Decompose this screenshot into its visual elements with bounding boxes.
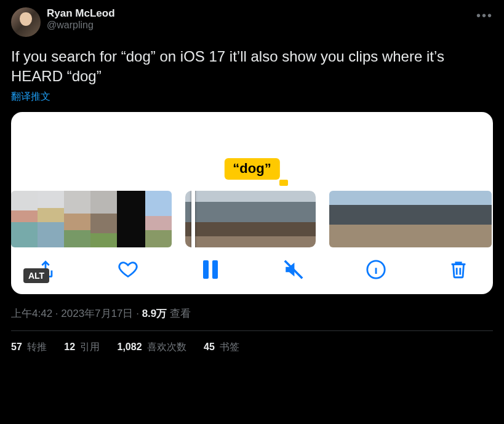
tweet-time[interactable]: 上午4:42 (11, 308, 52, 319)
video-frame (329, 191, 356, 247)
divider (11, 330, 493, 331)
tweet-header: Ryan McLeod @warpling ••• (11, 7, 493, 37)
view-label: 查看 (167, 308, 191, 319)
clip-group[interactable] (11, 191, 172, 247)
video-frame (185, 191, 218, 247)
clip-group-active[interactable] (185, 191, 316, 247)
bookmarks[interactable]: 45 书签 (204, 341, 239, 354)
video-frame (283, 191, 316, 247)
video-frame (145, 191, 172, 247)
video-frame (356, 191, 383, 247)
video-controls (11, 258, 493, 281)
media-attachment[interactable]: “dog” (11, 112, 493, 294)
video-frame (38, 191, 64, 247)
video-frame (11, 191, 38, 247)
alt-badge[interactable]: ALT (23, 268, 49, 283)
translate-link[interactable]: 翻译推文 (11, 90, 493, 103)
pause-icon[interactable] (199, 258, 222, 281)
trash-icon[interactable] (447, 258, 470, 281)
author-names[interactable]: Ryan McLeod @warpling (47, 7, 115, 31)
display-name: Ryan McLeod (47, 7, 115, 20)
video-frame (410, 191, 438, 247)
info-icon[interactable] (365, 258, 387, 281)
video-frame (465, 191, 492, 247)
bubble-tail (279, 180, 288, 186)
heart-icon[interactable] (117, 258, 139, 281)
playhead-indicator[interactable] (191, 191, 195, 247)
quotes[interactable]: 12 引用 (64, 341, 100, 354)
tweet-text: If you search for “dog” on iOS 17 it’ll … (11, 47, 493, 87)
video-frame (438, 191, 465, 247)
clip-group[interactable] (329, 191, 492, 247)
tweet-meta: 上午4:42 · 2023年7月17日 · 8.9万 查看 (11, 306, 493, 321)
video-frame (383, 191, 410, 247)
video-frame (250, 191, 283, 247)
search-term-bubble: “dog” (224, 158, 279, 180)
retweets[interactable]: 57 转推 (11, 341, 47, 354)
likes[interactable]: 1,082 喜欢次数 (118, 341, 187, 354)
more-options-icon[interactable]: ••• (476, 9, 493, 23)
video-frame (117, 191, 145, 247)
handle: @warpling (47, 20, 115, 31)
tweet-container: Ryan McLeod @warpling ••• If you search … (0, 0, 504, 361)
video-filmstrip (11, 191, 493, 247)
avatar[interactable] (11, 7, 41, 37)
video-frame (64, 191, 90, 247)
view-count: 8.9万 (142, 308, 167, 319)
video-frame (90, 191, 117, 247)
engagement-row: 57 转推 12 引用 1,082 喜欢次数 45 书签 (11, 341, 493, 354)
tweet-date[interactable]: 2023年7月17日 (61, 308, 133, 319)
video-frame (218, 191, 250, 247)
speaker-muted-icon[interactable] (282, 258, 305, 281)
